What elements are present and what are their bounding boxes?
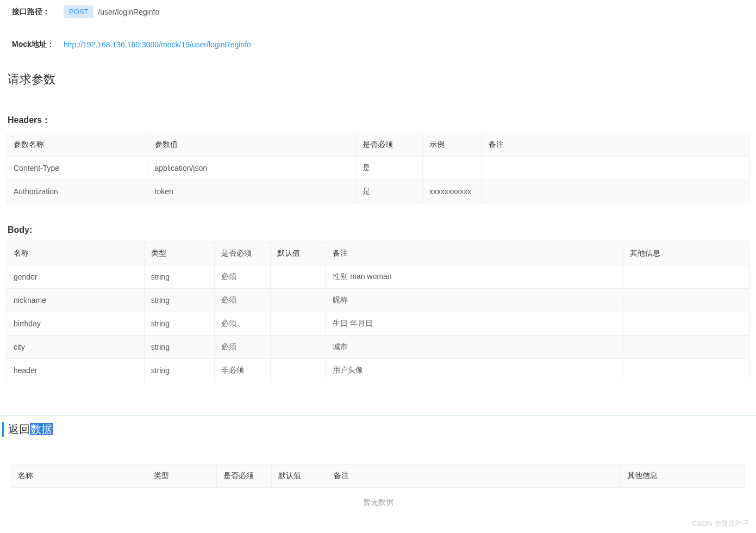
cell-default (270, 265, 326, 289)
th-required: 是否必须 (217, 464, 272, 488)
response-title: 返回数据 (2, 422, 756, 437)
cell-name: city (7, 336, 145, 359)
th-required: 是否必须 (356, 133, 423, 157)
cell-required: 是 (356, 157, 423, 180)
th-default: 默认值 (272, 464, 327, 488)
th-type: 类型 (147, 464, 216, 488)
table-row: gender string 必须 性别 man woman (7, 265, 749, 289)
table-row: birthday string 必须 生日 年月日 (7, 312, 749, 336)
cell-other (623, 359, 749, 382)
cell-example (422, 157, 482, 180)
th-name: 名称 (7, 242, 145, 265)
cell-required: 必须 (215, 336, 270, 359)
cell-required: 是 (356, 180, 423, 203)
body-title: Body: (8, 225, 749, 235)
cell-remark: 生日 年月日 (326, 312, 623, 336)
headers-table: 参数名称 参数值 是否必须 示例 备注 Content-Type applica… (7, 133, 749, 203)
th-default: 默认值 (270, 242, 326, 265)
no-data-text: 暂无数据 (11, 488, 745, 510)
th-remark: 备注 (482, 133, 749, 157)
table-row: Authorization token 是 xxxxxxxxxxx (7, 180, 749, 203)
request-params-title: 请求参数 (7, 71, 749, 88)
cell-name: gender (7, 265, 145, 289)
cell-value: application/json (148, 157, 355, 180)
api-path-value: /user/loginReginfo (98, 8, 159, 16)
table-row: header string 非必须 用户头像 (7, 359, 749, 382)
th-param-name: 参数名称 (7, 133, 148, 157)
cell-type: string (144, 336, 215, 359)
mock-url-label: Mock地址： (7, 40, 64, 49)
cell-example: xxxxxxxxxxx (422, 180, 482, 203)
headers-title: Headers： (8, 115, 749, 126)
mock-url-link[interactable]: http://192.168.136.160:3000/mock/19/user… (64, 40, 251, 49)
cell-required: 非必须 (215, 359, 270, 382)
th-remark: 备注 (326, 242, 623, 265)
th-other: 其他信息 (620, 464, 745, 488)
cell-remark: 性别 man woman (326, 265, 623, 289)
th-param-value: 参数值 (148, 133, 355, 157)
th-other: 其他信息 (623, 242, 749, 265)
cell-name: header (7, 359, 145, 382)
response-title-highlight: 数据 (30, 423, 53, 435)
table-header-row: 名称 类型 是否必须 默认值 备注 其他信息 (7, 242, 749, 265)
th-required: 是否必须 (215, 242, 270, 265)
table-row: city string 必须 城市 (7, 336, 749, 359)
cell-default (270, 359, 326, 382)
table-header-row: 名称 类型 是否必须 默认值 备注 其他信息 (11, 464, 745, 488)
http-method-badge: POST (64, 5, 93, 18)
cell-required: 必须 (215, 265, 270, 289)
table-row: nickname string 必须 昵称 (7, 289, 749, 312)
cell-name: Content-Type (7, 157, 148, 180)
cell-required: 必须 (215, 289, 270, 312)
cell-default (270, 289, 326, 312)
cell-name: birthday (7, 312, 145, 336)
cell-value: token (148, 180, 355, 203)
cell-other (623, 336, 749, 359)
response-table: 名称 类型 是否必须 默认值 备注 其他信息 (11, 464, 745, 488)
th-name: 名称 (11, 464, 147, 488)
mock-url-row: Mock地址： http://192.168.136.160:3000/mock… (7, 40, 749, 49)
cell-other (623, 289, 749, 312)
cell-remark: 昵称 (326, 289, 623, 312)
cell-other (623, 265, 749, 289)
cell-type: string (144, 359, 215, 382)
th-remark: 备注 (327, 464, 620, 488)
api-path-label: 接口路径： (7, 7, 64, 17)
body-table: 名称 类型 是否必须 默认值 备注 其他信息 gender string 必须 … (7, 241, 749, 382)
cell-type: string (144, 312, 215, 336)
cell-type: string (144, 265, 215, 289)
cell-other (623, 312, 749, 336)
table-header-row: 参数名称 参数值 是否必须 示例 备注 (7, 133, 749, 157)
response-section: 返回数据 名称 类型 是否必须 默认值 备注 其他信息 暂无数据 (0, 415, 756, 510)
th-type: 类型 (144, 242, 215, 265)
cell-default (270, 336, 326, 359)
cell-remark (482, 180, 749, 203)
cell-remark (482, 157, 749, 180)
th-example: 示例 (422, 133, 482, 157)
cell-name: Authorization (7, 180, 148, 203)
api-path-row: 接口路径： POST /user/loginReginfo (7, 5, 749, 18)
cell-default (270, 312, 326, 336)
cell-required: 必须 (215, 312, 270, 336)
cell-type: string (144, 289, 215, 312)
response-title-plain: 返回 (8, 423, 30, 435)
table-row: Content-Type application/json 是 (7, 157, 749, 180)
cell-remark: 用户头像 (326, 359, 623, 382)
cell-remark: 城市 (326, 336, 623, 359)
cell-name: nickname (7, 289, 145, 312)
